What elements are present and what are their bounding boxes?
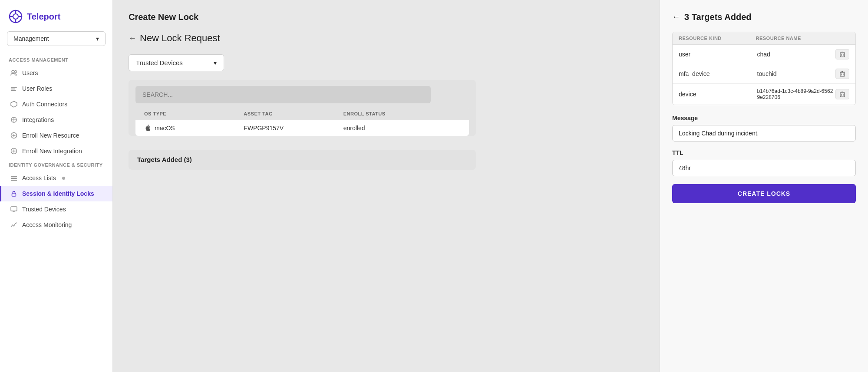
col-resource-kind: RESOURCE KIND [679, 36, 756, 41]
trusted-devices-icon [10, 205, 18, 213]
trash-icon [839, 51, 845, 57]
search-section: OS TYPE ASSET TAG ENROLL STATUS macOS FW… [129, 80, 476, 136]
delete-target-2-button[interactable] [835, 89, 849, 99]
auth-connectors-icon [10, 100, 18, 108]
col-enroll-status: ENROLL STATUS [343, 111, 443, 116]
sidebar-item-user-roles-label: User Roles [22, 85, 52, 92]
users-icon [10, 69, 18, 77]
back-row: ← New Lock Request [129, 33, 644, 44]
session-locks-icon [10, 190, 18, 198]
panel-title: 3 Targets Added [684, 12, 751, 22]
chevron-down-icon [96, 35, 99, 42]
os-type-cell: macOS [144, 125, 244, 132]
sidebar-item-auth-connectors-label: Auth Connectors [22, 101, 67, 108]
svg-rect-27 [840, 53, 845, 57]
sidebar-logo: Teleport [0, 0, 112, 31]
create-lock-page: Create New Lock ← New Lock Request Trust… [113, 0, 660, 372]
app-name: Teleport [27, 12, 60, 22]
sidebar-item-trusted-devices-label: Trusted Devices [22, 206, 66, 213]
message-input[interactable] [672, 125, 856, 142]
enroll-resource-icon [10, 132, 18, 139]
access-monitoring-icon [10, 221, 18, 229]
search-input[interactable] [135, 86, 431, 103]
svg-point-1 [13, 14, 18, 19]
asset-tag-cell: FWPGP9157V [244, 125, 343, 132]
sidebar-item-enroll-integration-label: Enroll New Integration [22, 148, 82, 155]
targets-added-label: Targets Added (3) [137, 156, 192, 163]
ttl-label: TTL [672, 149, 856, 156]
panel-back-row: ← 3 Targets Added [672, 12, 856, 22]
delete-target-1-button[interactable] [835, 69, 849, 79]
sidebar-item-trusted-devices[interactable]: Trusted Devices [0, 201, 112, 217]
sidebar-item-access-lists[interactable]: Access Lists [0, 170, 112, 186]
col-asset-tag: ASSET TAG [244, 111, 343, 116]
access-management-section-label: Access Management [0, 54, 112, 65]
target-kind-0: user [679, 51, 757, 58]
access-lists-icon [10, 174, 18, 182]
dropdown-value: Trusted Devices [136, 59, 183, 66]
sidebar-item-users[interactable]: Users [0, 65, 112, 81]
targets-added-section: Targets Added (3) [129, 150, 476, 170]
user-roles-icon [10, 85, 18, 92]
svg-rect-9 [11, 89, 15, 89]
svg-rect-22 [11, 180, 17, 181]
new-lock-request-title: New Lock Request [140, 33, 220, 44]
trusted-devices-dropdown[interactable]: Trusted Devices [129, 54, 224, 71]
targets-table: RESOURCE KIND RESOURCE NAME user chad mf… [672, 32, 856, 105]
enroll-integration-icon [10, 147, 18, 155]
message-label: Message [672, 115, 856, 122]
sidebar-item-enroll-integration[interactable]: Enroll New Integration [0, 143, 112, 159]
sidebar-item-access-monitoring-label: Access Monitoring [22, 221, 72, 228]
target-row-1: mfa_device touchid [673, 64, 855, 84]
svg-rect-24 [11, 207, 17, 211]
svg-rect-32 [840, 72, 845, 76]
main-area: Create New Lock ← New Lock Request Trust… [113, 0, 868, 372]
os-type-value: macOS [155, 125, 175, 132]
management-dropdown[interactable]: Management [7, 31, 106, 46]
sidebar-item-enroll-resource[interactable]: Enroll New Resource [0, 128, 112, 143]
enroll-status-cell: enrolled [343, 125, 443, 132]
sidebar-item-auth-connectors[interactable]: Auth Connectors [0, 96, 112, 112]
devices-table: OS TYPE ASSET TAG ENROLL STATUS macOS FW… [135, 108, 469, 136]
svg-rect-10 [11, 90, 16, 91]
back-arrow-icon[interactable]: ← [129, 34, 136, 43]
apple-icon [144, 125, 151, 132]
sidebar-item-integrations[interactable]: Integrations [0, 112, 112, 128]
svg-rect-8 [11, 87, 17, 88]
targets-table-header: RESOURCE KIND RESOURCE NAME [673, 32, 855, 45]
sidebar-item-access-lists-label: Access Lists [22, 174, 56, 181]
sidebar-item-session-locks[interactable]: Session & Identity Locks [0, 186, 112, 201]
sidebar-item-users-label: Users [22, 69, 38, 76]
svg-rect-37 [840, 93, 845, 97]
target-row-2: device b14b76ad-1c3c-4b89-9a2d-65629e228… [673, 84, 855, 105]
panel-back-arrow-icon[interactable]: ← [672, 13, 680, 22]
sidebar-item-integrations-label: Integrations [22, 116, 54, 123]
delete-target-0-button[interactable] [835, 49, 849, 59]
sidebar-item-user-roles[interactable]: User Roles [0, 81, 112, 96]
sidebar-item-access-monitoring[interactable]: Access Monitoring [0, 217, 112, 233]
svg-point-7 [15, 71, 17, 73]
target-row-0: user chad [673, 45, 855, 64]
svg-rect-21 [11, 178, 17, 179]
page-title: Create New Lock [129, 12, 644, 22]
create-locks-button[interactable]: CREATE LOCKS [672, 184, 856, 203]
target-name-1: touchid [757, 70, 836, 77]
table-row[interactable]: macOS FWPGP9157V enrolled [135, 120, 469, 136]
ttl-input[interactable] [672, 160, 856, 176]
svg-rect-20 [11, 176, 17, 177]
sidebar-item-enroll-resource-label: Enroll New Resource [22, 132, 79, 139]
target-kind-2: device [679, 91, 757, 98]
sidebar: Teleport Management Access Management Us… [0, 0, 113, 372]
integrations-icon [10, 116, 18, 124]
right-panel: ← 3 Targets Added RESOURCE KIND RESOURCE… [660, 0, 868, 372]
col-resource-name: RESOURCE NAME [756, 36, 833, 41]
col-os-type: OS TYPE [144, 111, 244, 116]
table-header: OS TYPE ASSET TAG ENROLL STATUS [135, 108, 469, 120]
target-name-2: b14b76ad-1c3c-4b89-9a2d-65629e228706 [757, 88, 836, 100]
trash-icon [839, 71, 845, 77]
target-kind-1: mfa_device [679, 70, 757, 77]
target-name-0: chad [757, 51, 836, 58]
trash-icon [839, 91, 845, 97]
teleport-logo-icon [9, 10, 23, 23]
svg-point-6 [12, 70, 14, 73]
